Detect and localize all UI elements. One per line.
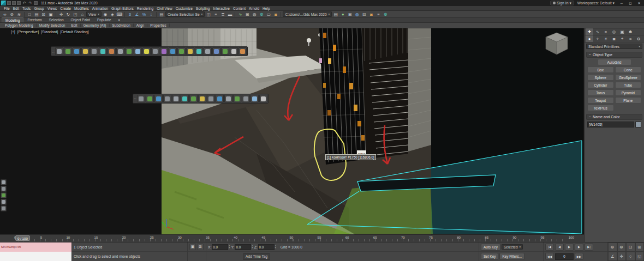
section-properties[interactable]: Properties: [147, 23, 170, 27]
toolbar-extra-icon[interactable]: ⊞: [347, 11, 353, 17]
utilities-tab-icon[interactable]: ✱: [627, 28, 634, 35]
floating-toolbar-icon[interactable]: [233, 95, 241, 102]
viewport-canvas[interactable]: PRADA: [0, 28, 584, 234]
floating-toolbar-icon[interactable]: [169, 47, 177, 55]
create-box-button[interactable]: Box: [587, 66, 614, 73]
systems-category-icon[interactable]: ⚙: [635, 35, 642, 42]
space-warps-category-icon[interactable]: ≈: [627, 35, 634, 42]
current-frame-field[interactable]: [555, 253, 574, 260]
floating-toolbar-icon[interactable]: [99, 47, 107, 55]
zoom-icon[interactable]: ⊕: [608, 242, 617, 252]
save-file-icon[interactable]: [17, 1, 21, 5]
tab-modeling[interactable]: Modeling: [2, 17, 23, 22]
create-geosphere-button[interactable]: GeoSphere: [615, 74, 642, 81]
motion-tab-icon[interactable]: ◎: [610, 28, 618, 35]
floating-toolbar-icon[interactable]: [146, 95, 154, 102]
viewport-pov-menu[interactable]: [Perspective]: [17, 30, 39, 34]
object-color-swatch[interactable]: [635, 122, 641, 128]
undo-icon[interactable]: ↶: [22, 1, 27, 5]
floating-toolbar-icon[interactable]: [204, 47, 212, 55]
angle-snap-icon[interactable]: ∠: [134, 11, 140, 17]
helpers-category-icon[interactable]: ⌖: [618, 35, 626, 42]
toolbar-drag-handle[interactable]: ∷: [134, 95, 136, 102]
docked-toolbar-icon[interactable]: [1, 186, 7, 192]
shapes-category-icon[interactable]: ✧: [594, 35, 601, 42]
floating-toolbar-icon[interactable]: [242, 95, 250, 102]
selection-set-combo[interactable]: Create Selection Se▾: [165, 11, 205, 17]
new-scene-icon[interactable]: [7, 1, 11, 5]
spinner-down-icon[interactable]: ▾: [275, 247, 276, 249]
floating-toolbar-icon[interactable]: [195, 47, 203, 55]
time-ruler[interactable]: 0 5 10 15 20 25 30 35 40 45 50 55 60 65 …: [14, 235, 574, 239]
docked-toolbar-icon[interactable]: [1, 192, 7, 198]
floating-toolbar-middle[interactable]: ∷: [133, 94, 269, 104]
floating-toolbar-icon[interactable]: [221, 47, 229, 55]
name-and-color-rollout[interactable]: − Name and Color: [586, 114, 642, 120]
project-folder-icon[interactable]: [34, 1, 38, 5]
hierarchy-tab-icon[interactable]: ≡: [602, 28, 610, 35]
toolbar-drag-handle[interactable]: ∷: [52, 47, 55, 55]
goto-end-button[interactable]: ▶|: [585, 244, 593, 251]
time-ruler-ticks[interactable]: [18, 239, 568, 241]
floating-toolbar-icon[interactable]: [142, 47, 151, 55]
toolbar-extra-icon[interactable]: ⊡: [361, 11, 367, 17]
viewport-shading-menu[interactable]: [Default Shading]: [60, 30, 88, 34]
menu-edit[interactable]: Edit: [11, 7, 21, 10]
floating-toolbar-icon[interactable]: [134, 47, 142, 55]
select-object-icon[interactable]: □: [26, 11, 33, 17]
display-tab-icon[interactable]: ▣: [618, 28, 626, 35]
lights-category-icon[interactable]: ☀: [602, 35, 610, 42]
floating-toolbar-icon[interactable]: [224, 95, 232, 102]
floating-toolbar-icon[interactable]: [73, 47, 81, 55]
menu-create[interactable]: Create: [58, 7, 73, 10]
floating-toolbar-icon[interactable]: [137, 95, 145, 102]
zoom-extents-icon[interactable]: ⊡: [626, 242, 635, 252]
set-key-button[interactable]: Set Key: [481, 253, 498, 260]
floating-toolbar-icon[interactable]: [259, 95, 267, 102]
z-input[interactable]: [258, 244, 275, 250]
mirror-icon[interactable]: ◫: [205, 11, 212, 17]
floating-toolbar-icon[interactable]: [251, 95, 259, 102]
spinner-down-icon[interactable]: ▾: [252, 247, 253, 249]
floating-toolbar-icon[interactable]: [81, 47, 90, 55]
floating-toolbar-icon[interactable]: [189, 95, 198, 102]
floating-toolbar-icon[interactable]: [163, 95, 171, 102]
floating-toolbar-icon[interactable]: [212, 47, 220, 55]
floating-toolbar-icon[interactable]: [216, 95, 224, 102]
menu-interactive[interactable]: Interactive: [212, 7, 231, 10]
section-edit[interactable]: Edit: [68, 23, 80, 27]
tab-selection[interactable]: Selection: [46, 17, 67, 22]
create-teapot-button[interactable]: Teapot: [587, 97, 614, 104]
rectangular-selection-region-icon[interactable]: ⊡: [40, 11, 47, 17]
reference-coordinate-dropdown[interactable]: View▾: [86, 11, 102, 17]
select-and-place-icon[interactable]: ⌂: [79, 11, 86, 17]
select-by-name-icon[interactable]: ▤: [33, 11, 40, 17]
pan-view-icon[interactable]: ✛: [617, 252, 627, 261]
previous-key-button[interactable]: ◀◀: [545, 253, 554, 260]
auto-key-button[interactable]: Auto Key: [481, 244, 500, 251]
menu-customize[interactable]: Customize: [174, 7, 194, 10]
maximize-button[interactable]: ◻: [627, 1, 634, 6]
menu-content[interactable]: Content: [231, 7, 247, 10]
create-torus-button[interactable]: Torus: [587, 89, 614, 96]
menu-group[interactable]: Group: [32, 7, 45, 10]
create-sphere-button[interactable]: Sphere: [587, 74, 614, 81]
sign-in-button[interactable]: Sign In ▾: [550, 1, 574, 5]
window-crossing-toggle-icon[interactable]: ▣: [47, 11, 54, 17]
object-type-rollout[interactable]: − Object Type: [586, 52, 642, 58]
section-geometry-all[interactable]: Geometry (All): [81, 23, 110, 27]
modify-tab-icon[interactable]: ∿: [594, 28, 601, 35]
zoom-all-icon[interactable]: ⊛: [617, 242, 627, 252]
orbit-icon[interactable]: ○: [626, 252, 635, 261]
create-plane-button[interactable]: Plane: [615, 97, 642, 104]
next-key-button[interactable]: ▶▶: [575, 253, 583, 260]
perspective-viewport[interactable]: PRADA: [0, 28, 584, 234]
spinner-down-icon[interactable]: ▾: [229, 247, 230, 249]
section-modify-selection[interactable]: Modify Selection: [37, 23, 69, 27]
cameras-category-icon[interactable]: ◙: [610, 35, 618, 42]
menu-arnold[interactable]: Arnold: [247, 7, 261, 10]
menu-help[interactable]: Help: [261, 7, 272, 10]
section-align[interactable]: Align: [134, 23, 147, 27]
project-folder-combo[interactable]: C:\Users\...\3ds Max 2020▾: [283, 11, 332, 17]
floating-toolbar-icon[interactable]: [160, 47, 168, 55]
